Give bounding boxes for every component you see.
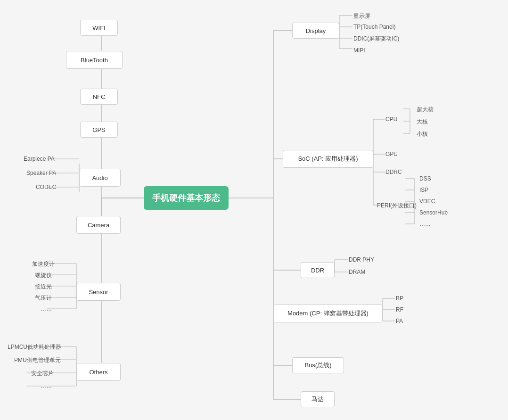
node-ddr: DDR: [301, 262, 335, 278]
label-tp: TP(Touch Panel): [353, 24, 395, 30]
label-bp: BP: [396, 295, 403, 302]
label-peri: PERI(外设接口): [377, 202, 417, 210]
label-gyro: 螺旋仪: [35, 272, 52, 280]
label-big-core: 超大核: [417, 106, 434, 114]
label-security: 安全芯片: [31, 370, 54, 378]
node-wifi: WIFI: [80, 20, 118, 36]
node-bus: Bus(总线): [292, 357, 344, 373]
node-display: Display: [292, 23, 339, 39]
label-sensorhub: SensorHub: [419, 209, 448, 216]
node-audio: Audio: [79, 169, 121, 187]
label-speaker: Speaker PA: [26, 170, 56, 176]
node-others: Others: [76, 363, 121, 381]
label-ddic: DDIC(屏幕驱动IC): [353, 35, 399, 43]
label-mipi: MIPI: [353, 47, 365, 54]
label-dss: DSS: [419, 175, 431, 182]
label-small-core: 小核: [417, 130, 428, 138]
diagram-container: 手机硬件基本形态 WIFI BlueTooth NFC GPS Audio Ca…: [0, 0, 508, 420]
label-ddr-phy: DDR PHY: [349, 256, 374, 263]
label-med-core: 大核: [417, 118, 428, 126]
node-soc: SoC (AP: 应用处理器): [283, 150, 373, 168]
label-others-etc: ……: [41, 383, 52, 389]
label-screen: 显示屏: [353, 12, 370, 20]
label-dram: DRAM: [349, 269, 365, 275]
node-modem: Modem (CP: 蜂窝基带处理器): [273, 305, 383, 322]
label-accel: 加速度计: [32, 260, 55, 268]
label-soc-etc: ……: [419, 221, 431, 227]
node-nfc: NFC: [80, 89, 118, 105]
label-rf: RF: [396, 306, 403, 313]
node-sensor: Sensor: [76, 283, 121, 301]
label-gpu: GPU: [385, 151, 398, 157]
label-cpu: CPU: [385, 116, 397, 123]
center-node: 手机硬件基本形态: [144, 186, 229, 210]
label-prox: 接近光: [35, 283, 52, 291]
label-pmu: PMU供电管理单元: [14, 356, 61, 364]
label-isp: ISP: [419, 187, 428, 193]
label-pa: PA: [396, 318, 403, 324]
label-baro: 气压计: [35, 294, 52, 302]
label-ddrc: DDRC: [385, 169, 402, 175]
label-sensor-etc: ……: [41, 305, 52, 312]
node-motor: 马达: [301, 391, 335, 407]
label-codec: CODEC: [36, 184, 56, 190]
node-camera: Camera: [76, 216, 121, 234]
node-gps: GPS: [80, 122, 118, 138]
node-bluetooth: BlueTooth: [66, 51, 123, 69]
label-lpmcu: LPMCU低功耗处理器: [8, 343, 61, 351]
label-vdec: VDEC: [419, 198, 435, 205]
label-earpiece: Earpiece PA: [24, 156, 55, 162]
